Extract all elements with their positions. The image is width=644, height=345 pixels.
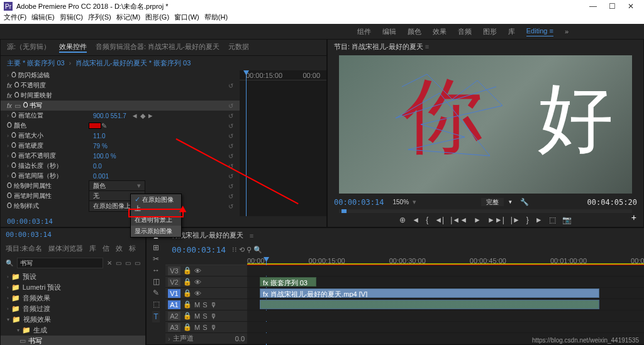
menu-item[interactable]: 标记(M) (116, 13, 141, 24)
transport-button[interactable]: ◄ (412, 216, 419, 224)
source-tab[interactable]: 音频剪辑混合器: 肖战宋祖儿-最好的夏天 (96, 42, 219, 53)
workspace-tab[interactable]: 图形 (483, 27, 497, 36)
tree-twirl[interactable]: › (7, 285, 9, 290)
menu-item[interactable]: 图形(G) (145, 13, 169, 24)
solo-button[interactable]: S (203, 312, 207, 320)
track-target[interactable]: V2 (168, 278, 180, 287)
fx-badge[interactable]: fx (7, 102, 12, 109)
tree-item-label[interactable]: 预设 (23, 272, 36, 282)
reset-button[interactable]: ↺ (228, 123, 233, 129)
reset-button[interactable]: ↺ (228, 143, 233, 150)
project-tab[interactable]: 库 (89, 244, 96, 253)
project-tab[interactable]: 媒体浏览器 (48, 244, 83, 253)
transport-button[interactable]: |► (511, 216, 520, 224)
property-value[interactable]: 11.0 (93, 133, 105, 140)
property-value[interactable]: 900.0 551.7 (93, 112, 126, 119)
sequence-timecode[interactable]: 00:00:03:14 (172, 245, 226, 255)
crumb-master[interactable]: 主要 * 嵌套序列 03 (7, 59, 65, 67)
menu-item[interactable]: 剪辑(C) (60, 13, 83, 24)
lock-icon[interactable]: 🔒 (183, 278, 192, 286)
color-swatch[interactable] (89, 123, 101, 129)
tree-twirl[interactable]: ▾ (17, 327, 19, 333)
tool-button[interactable]: ◫ (153, 277, 160, 286)
crumb-seq[interactable]: 肖战宋祖儿-最好的夏天 * 嵌套序列 03 (75, 59, 191, 67)
workspace-tab[interactable]: 音频 (458, 27, 472, 36)
workspace-active[interactable]: Editing ≡ (526, 27, 553, 36)
add-button[interactable]: + (631, 212, 636, 222)
fx-badge-icon[interactable]: ▭ (116, 260, 121, 266)
track-target[interactable]: A3 (168, 323, 180, 332)
menu-item[interactable]: 帮助(H) (204, 13, 228, 24)
menu-item[interactable]: 编辑(E) (31, 13, 55, 24)
reset-button[interactable]: ↺ (228, 82, 233, 89)
project-tab[interactable]: 标 (129, 244, 136, 253)
eye-icon[interactable]: 👁 (194, 290, 201, 297)
reset-button[interactable]: ↺ (228, 183, 233, 190)
tree-item-label[interactable]: 音频效果 (23, 293, 50, 303)
tool-button[interactable]: ⬚ (153, 300, 160, 309)
twirl-icon[interactable]: › (7, 133, 9, 139)
menu-item[interactable]: 文件(F) (4, 13, 26, 24)
fx-badge[interactable]: fx (7, 82, 12, 89)
transport-button[interactable]: ► (474, 216, 481, 224)
lock-icon[interactable]: 🔒 (183, 289, 192, 297)
fx-badge-icon[interactable]: ▭ (135, 260, 140, 266)
property-value[interactable]: 79 % (93, 143, 108, 150)
program-monitor[interactable]: 你 好 (339, 55, 632, 194)
twirl-icon[interactable]: › (7, 72, 9, 79)
timeline-clip[interactable] (260, 300, 599, 309)
reset-button[interactable]: ↺ (228, 193, 233, 200)
transport-button[interactable]: ◄| (435, 216, 444, 224)
eye-icon[interactable]: 👁 (194, 267, 201, 275)
keyframe-nav[interactable]: ◄ ◆ ► (131, 112, 154, 120)
reset-button[interactable]: ↺ (228, 133, 233, 140)
tool-button[interactable]: T (152, 311, 159, 322)
solo-button[interactable]: S (203, 324, 207, 331)
track-target[interactable]: V1 (168, 289, 180, 298)
lock-icon[interactable]: 🔒 (183, 300, 192, 309)
reset-button[interactable]: ↺ (228, 102, 233, 109)
source-tab[interactable]: 元数据 (228, 42, 249, 53)
project-tab[interactable]: 效 (116, 244, 123, 253)
close-button[interactable]: ✕ (621, 2, 640, 11)
transport-button[interactable]: ►►| (487, 216, 504, 224)
reset-button[interactable]: ↺ (228, 173, 233, 180)
reset-button[interactable]: ↺ (228, 153, 233, 160)
tree-item-label[interactable]: 音频过渡 (23, 304, 50, 314)
menu-item[interactable]: 窗口(W) (174, 13, 199, 24)
workspace-tab[interactable]: 组件 (357, 27, 371, 36)
workspace-more[interactable]: » (565, 28, 569, 35)
tree-twirl[interactable]: › (7, 274, 9, 280)
twirl-icon[interactable]: › (7, 112, 9, 119)
property-value[interactable]: 0.001 (93, 173, 109, 180)
twirl-icon[interactable]: › (7, 143, 9, 149)
mute-button[interactable]: M (194, 312, 200, 320)
minimize-button[interactable]: — (584, 2, 602, 11)
transport-button[interactable]: ► (535, 216, 543, 224)
transport-button[interactable]: { (426, 216, 428, 224)
twirl-icon[interactable]: › (7, 173, 9, 179)
fx-badge[interactable]: fx (7, 92, 12, 99)
reset-button[interactable]: ↺ (228, 112, 233, 119)
property-value[interactable]: 100.0 % (93, 153, 116, 160)
dropdown-option[interactable]: 显示原始图像 (131, 226, 181, 237)
transport-button[interactable]: } (526, 216, 529, 224)
sequence-tab[interactable]: 肖战宋祖儿-最好的夏天 (172, 231, 243, 240)
track-target[interactable]: A1 (168, 300, 180, 309)
tree-twirl[interactable]: › (7, 306, 9, 312)
twirl-icon[interactable]: › (7, 163, 9, 169)
tree-twirl[interactable]: ▾ (7, 317, 9, 322)
source-tab[interactable]: 源:（无剪辑） (7, 42, 50, 53)
source-tab[interactable]: 效果控件 (59, 42, 87, 53)
fx-badge-icon[interactable]: ▭ (125, 260, 131, 266)
source-timecode[interactable]: 00:00:03:14 (7, 217, 53, 226)
solo-button[interactable]: S (203, 301, 207, 309)
workspace-tab[interactable]: 库 (508, 27, 515, 36)
timeline-clip[interactable]: fx 嵌套序列 03 (260, 277, 316, 287)
mask-icon[interactable]: ▭ (14, 102, 21, 110)
mini-playhead[interactable] (246, 70, 247, 216)
menu-item[interactable]: 序列(S) (88, 13, 111, 24)
transport-button[interactable]: 📷 (562, 216, 572, 224)
transport-button[interactable]: ⬚ (549, 216, 556, 224)
workspace-tab[interactable]: 编辑 (382, 27, 396, 36)
